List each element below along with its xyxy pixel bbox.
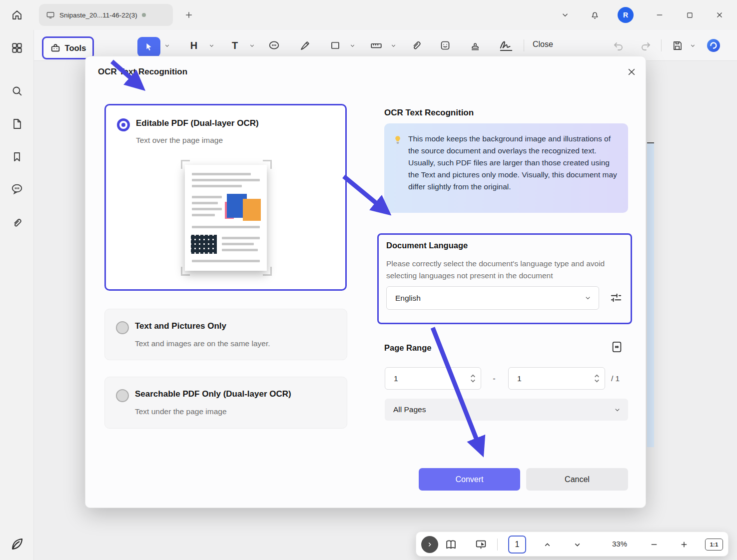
rectangle-icon	[329, 39, 341, 51]
chevron-down-icon	[614, 406, 621, 414]
option-label: Searchable PDF Only (Dual-layer OCR)	[135, 389, 291, 399]
reader-mode-button[interactable]	[444, 538, 458, 552]
tab-list-button[interactable]	[556, 6, 574, 24]
sticker-icon	[439, 39, 451, 51]
page-total: / 1	[611, 367, 620, 390]
zoom-in-button[interactable]	[677, 538, 691, 552]
save-button[interactable]	[670, 38, 685, 53]
language-section-title: Document Language	[386, 241, 468, 250]
maximize-icon	[686, 11, 694, 19]
stepper-up-icon[interactable]	[594, 374, 600, 378]
toolbar-divider	[524, 39, 524, 51]
close-icon	[715, 10, 724, 19]
new-tab-button[interactable]	[180, 6, 198, 24]
expand-toolbar-button[interactable]	[421, 536, 438, 553]
zoom-level: 33%	[607, 540, 632, 548]
plus-icon	[680, 540, 689, 549]
presentation-icon	[475, 539, 487, 551]
page-to-input[interactable]: 1	[508, 367, 605, 390]
mode-info-box: This mode keeps the background image and…	[384, 123, 628, 213]
page-range-icon	[610, 340, 624, 354]
stepper-down-icon[interactable]	[594, 379, 600, 383]
save-icon	[672, 40, 683, 51]
radio-unselected-icon[interactable]	[116, 321, 129, 334]
signature-tool-button[interactable]	[498, 38, 515, 53]
mode-info-text: This mode keeps the background image and…	[408, 133, 619, 193]
page-to-stepper[interactable]	[594, 374, 600, 383]
notifications-button[interactable]	[586, 5, 604, 23]
page-scope-value: All Pages	[393, 405, 426, 414]
presentation-mode-button[interactable]	[474, 538, 488, 552]
text-tool-button[interactable]: T	[227, 38, 242, 53]
stamp-icon	[469, 39, 481, 51]
sidebar-item-attachments[interactable]	[9, 215, 24, 230]
option-editable-pdf[interactable]: Editable PDF (Dual-layer OCR) Text over …	[104, 104, 347, 291]
page-range-picker-button[interactable]	[610, 340, 624, 354]
radio-unselected-icon[interactable]	[116, 389, 129, 402]
account-avatar[interactable]: R	[618, 7, 634, 23]
option-text-and-pictures[interactable]: Text and Pictures Only Text and images a…	[104, 309, 347, 360]
close-tools-button[interactable]: Close	[533, 40, 553, 49]
cancel-button[interactable]: Cancel	[526, 468, 628, 491]
stepper-down-icon[interactable]	[470, 379, 476, 383]
sidebar-item-comments[interactable]	[9, 181, 24, 196]
save-chevron-icon[interactable]	[689, 38, 697, 53]
toolbar-divider	[661, 39, 662, 51]
measure-tool-button[interactable]	[369, 38, 384, 53]
document-tab[interactable]: Snipaste_20...11-46-22(3)	[39, 4, 173, 26]
sidebar-item-panels[interactable]	[9, 40, 24, 55]
close-window-button[interactable]	[711, 6, 729, 24]
redo-button[interactable]	[638, 38, 653, 53]
book-icon	[445, 539, 457, 551]
page-number-box[interactable]: 1	[508, 536, 526, 554]
shape-tool-chevron-icon[interactable]	[348, 38, 356, 53]
actual-size-button[interactable]: 1:1	[705, 539, 723, 551]
maximize-button[interactable]	[681, 6, 699, 24]
language-settings-button[interactable]	[610, 291, 623, 304]
text-tool-chevron-icon[interactable]	[248, 38, 256, 53]
language-select-value: English	[395, 294, 421, 303]
heading-tool-button[interactable]: H	[186, 38, 201, 53]
option-searchable-pdf[interactable]: Searchable PDF Only (Dual-layer OCR) Tex…	[104, 377, 347, 429]
option-description: Text and images are on the same layer.	[135, 339, 270, 348]
heading-tool-chevron-icon[interactable]	[207, 38, 215, 53]
attach-tool-button[interactable]	[409, 38, 424, 53]
sidebar-item-bookmarks[interactable]	[9, 149, 24, 164]
range-dash: -	[490, 367, 498, 390]
sidebar-item-search[interactable]	[9, 83, 24, 98]
heading-icon: H	[190, 40, 197, 51]
select-tool-chevron-icon[interactable]	[163, 38, 171, 53]
radio-selected-icon[interactable]	[117, 118, 130, 131]
sidebar-item-thumbnails[interactable]	[9, 116, 24, 131]
home-button[interactable]	[6, 4, 28, 25]
previous-page-button[interactable]	[540, 538, 554, 552]
chevron-down-icon	[561, 10, 570, 19]
stamp-tool-button[interactable]	[468, 38, 483, 53]
comment-tool-button[interactable]	[266, 38, 281, 53]
convert-button[interactable]: Convert	[419, 468, 520, 491]
tools-button[interactable]: Tools	[42, 36, 94, 59]
page-scope-select[interactable]: All Pages	[385, 399, 628, 421]
dialog-close-button[interactable]	[624, 64, 639, 79]
language-section-description: Please correctly select the document's l…	[386, 258, 615, 282]
minimize-button[interactable]	[651, 6, 669, 24]
chevron-right-icon	[426, 541, 433, 548]
stepper-up-icon[interactable]	[470, 374, 476, 378]
next-page-button[interactable]	[570, 538, 584, 552]
zoom-out-button[interactable]	[647, 538, 661, 552]
brand-logo-icon[interactable]	[8, 536, 25, 553]
shape-tool-button[interactable]	[328, 38, 343, 53]
ai-assistant-button[interactable]	[707, 38, 721, 52]
pen-tool-button[interactable]	[298, 38, 313, 53]
paperclip-icon	[410, 39, 422, 51]
select-tool-button[interactable]	[137, 37, 160, 57]
page-from-stepper[interactable]	[470, 374, 476, 383]
dialog-title: OCR Text Recognition	[98, 67, 187, 77]
measure-tool-chevron-icon[interactable]	[389, 38, 397, 53]
page-from-input[interactable]: 1	[385, 367, 481, 390]
panel-heading: OCR Text Recognition	[384, 108, 474, 118]
view-toolbar: 1 33% 1:1	[416, 532, 729, 557]
undo-button[interactable]	[611, 38, 626, 53]
sticker-tool-button[interactable]	[438, 38, 453, 53]
language-select[interactable]: English	[386, 286, 599, 310]
